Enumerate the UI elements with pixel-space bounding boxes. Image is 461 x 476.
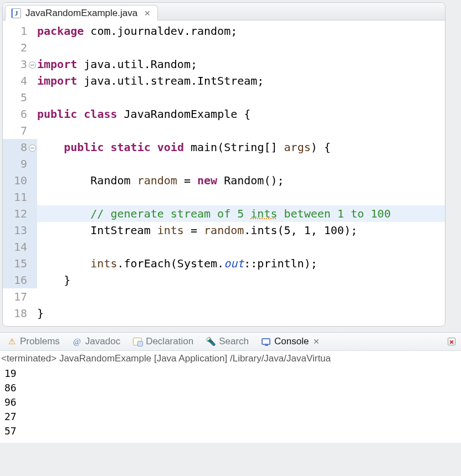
views-tabbar: ⚠ Problems @ Javadoc Declaration 🔦 Searc… xyxy=(0,333,461,351)
console-line: 27 xyxy=(4,410,457,424)
gutter-line-number[interactable]: 17 xyxy=(3,288,27,305)
gutter-line-number[interactable]: 14 xyxy=(3,239,27,255)
gutter-line-number[interactable]: 16 xyxy=(3,272,27,288)
gutter-line-number[interactable]: 8 xyxy=(3,139,27,156)
code-line-source[interactable] xyxy=(37,122,445,139)
code-line[interactable]: 14 xyxy=(3,239,445,255)
code-line-source[interactable]: public static void main(String[] args) { xyxy=(37,139,445,156)
tab-problems[interactable]: ⚠ Problems xyxy=(4,335,62,348)
code-line[interactable]: 3import java.util.Random; xyxy=(3,56,445,73)
fold-gutter-cell xyxy=(27,222,37,239)
java-file-icon: J xyxy=(11,8,21,18)
code-line[interactable]: 9 xyxy=(3,156,445,172)
editor-tab-active[interactable]: J JavaRandomExample.java ✕ xyxy=(5,5,158,20)
console-icon xyxy=(261,337,271,346)
gutter-line-number[interactable]: 9 xyxy=(3,156,27,172)
tab-console-label: Console xyxy=(274,336,309,347)
remove-launch-icon[interactable] xyxy=(447,337,457,346)
warning-icon: ⚠ xyxy=(7,337,17,346)
editor-tab-filename: JavaRandomExample.java xyxy=(25,8,137,19)
fold-gutter-cell xyxy=(27,239,37,255)
code-line-source[interactable]: } xyxy=(37,305,445,322)
code-line-source[interactable]: import java.util.stream.IntStream; xyxy=(37,73,445,89)
code-line[interactable]: 15 ints.forEach(System.out::println); xyxy=(3,255,445,272)
tab-search[interactable]: 🔦 Search xyxy=(203,335,251,348)
tab-search-label: Search xyxy=(219,336,249,347)
gutter-line-number[interactable]: 18 xyxy=(3,305,27,322)
gutter-line-number[interactable]: 15 xyxy=(3,255,27,272)
code-line[interactable]: 2 xyxy=(3,39,445,56)
close-icon[interactable]: ✕ xyxy=(313,337,320,346)
gutter-line-number[interactable]: 3 xyxy=(3,56,27,73)
fold-gutter-cell xyxy=(27,89,37,106)
fold-gutter-cell xyxy=(27,288,37,305)
tab-console[interactable]: Console ✕ xyxy=(259,335,322,348)
tab-problems-label: Problems xyxy=(20,336,60,347)
code-line[interactable]: 1package com.journaldev.random; xyxy=(3,23,445,39)
fold-toggle-icon[interactable] xyxy=(29,144,36,152)
code-line-source[interactable] xyxy=(37,189,445,205)
fold-toggle-icon[interactable] xyxy=(29,61,36,69)
console-line: 86 xyxy=(4,381,457,395)
code-line-source[interactable]: public class JavaRandomExample { xyxy=(37,106,445,122)
gutter-line-number[interactable]: 1 xyxy=(3,23,27,39)
gutter-line-number[interactable]: 10 xyxy=(3,172,27,189)
fold-gutter-cell[interactable] xyxy=(27,139,37,156)
console-line: 96 xyxy=(4,395,457,410)
fold-gutter-cell xyxy=(27,73,37,89)
views-panel: ⚠ Problems @ Javadoc Declaration 🔦 Searc… xyxy=(0,332,461,443)
fold-gutter-cell[interactable] xyxy=(27,56,37,73)
fold-gutter-cell xyxy=(27,205,37,222)
gutter-line-number[interactable]: 7 xyxy=(3,122,27,139)
gutter-line-number[interactable]: 13 xyxy=(3,222,27,239)
fold-gutter-cell xyxy=(27,305,37,322)
code-line[interactable]: 8 public static void main(String[] args)… xyxy=(3,139,445,156)
code-line-source[interactable]: package com.journaldev.random; xyxy=(37,23,445,39)
code-line[interactable]: 13 IntStream ints = random.ints(5, 1, 10… xyxy=(3,222,445,239)
gutter-line-number[interactable]: 2 xyxy=(3,39,27,56)
code-line[interactable]: 5 xyxy=(3,89,445,106)
code-line[interactable]: 11 xyxy=(3,189,445,205)
fold-gutter-cell xyxy=(27,23,37,39)
code-line-source[interactable] xyxy=(37,288,445,305)
code-line-source[interactable]: } xyxy=(37,272,445,288)
code-line-source[interactable]: // generate stream of 5 ints between 1 t… xyxy=(37,205,445,222)
console-line: 57 xyxy=(4,424,457,438)
code-line-source[interactable]: ints.forEach(System.out::println); xyxy=(37,255,445,272)
code-line-source[interactable] xyxy=(37,39,445,56)
tab-javadoc[interactable]: @ Javadoc xyxy=(70,335,122,348)
code-line[interactable]: 17 xyxy=(3,288,445,305)
console-output[interactable]: 1986962757 xyxy=(0,365,461,443)
declaration-icon xyxy=(132,337,142,346)
fold-gutter-cell xyxy=(27,122,37,139)
code-line-source[interactable] xyxy=(37,239,445,255)
code-line[interactable]: 12 // generate stream of 5 ints between … xyxy=(3,205,445,222)
gutter-line-number[interactable]: 4 xyxy=(3,73,27,89)
code-editor[interactable]: 1package com.journaldev.random;2 3import… xyxy=(3,20,445,326)
tab-declaration[interactable]: Declaration xyxy=(130,335,196,348)
code-line-source[interactable]: import java.util.Random; xyxy=(37,56,445,73)
close-icon[interactable]: ✕ xyxy=(144,9,151,18)
console-status: <terminated> JavaRandomExample [Java App… xyxy=(0,351,461,365)
gutter-line-number[interactable]: 6 xyxy=(3,106,27,122)
code-line-source[interactable]: IntStream ints = random.ints(5, 1, 100); xyxy=(37,222,445,239)
code-line-source[interactable] xyxy=(37,156,445,172)
gutter-line-number[interactable]: 5 xyxy=(3,89,27,106)
tab-declaration-label: Declaration xyxy=(146,336,193,347)
code-line[interactable]: 6public class JavaRandomExample { xyxy=(3,106,445,122)
code-line[interactable]: 7 xyxy=(3,122,445,139)
code-line-source[interactable] xyxy=(37,89,445,106)
editor-panel: J JavaRandomExample.java ✕ 1package com.… xyxy=(2,2,445,327)
gutter-line-number[interactable]: 11 xyxy=(3,189,27,205)
code-line[interactable]: 16 } xyxy=(3,272,445,288)
console-line: 19 xyxy=(4,366,457,381)
code-line-source[interactable]: Random random = new Random(); xyxy=(37,172,445,189)
code-line[interactable]: 4import java.util.stream.IntStream; xyxy=(3,73,445,89)
code-line[interactable]: 10 Random random = new Random(); xyxy=(3,172,445,189)
fold-gutter-cell xyxy=(27,189,37,205)
fold-gutter-cell xyxy=(27,106,37,122)
code-line[interactable]: 18} xyxy=(3,305,445,322)
gutter-line-number[interactable]: 12 xyxy=(3,205,27,222)
flashlight-icon: 🔦 xyxy=(206,337,216,346)
fold-gutter-cell xyxy=(27,272,37,288)
